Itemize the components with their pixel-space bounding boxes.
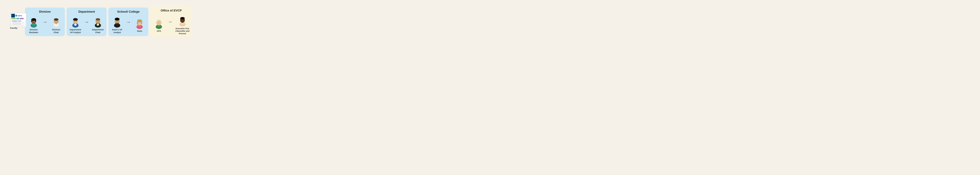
deans-analyst-label: Dean's APAnalyst xyxy=(112,29,122,34)
svg-rect-77 xyxy=(141,21,142,24)
apo-person: APO xyxy=(153,17,165,33)
division-reviewer-person: DivisionReviewer xyxy=(28,16,40,34)
svg-point-21 xyxy=(33,21,33,22)
svg-point-34 xyxy=(57,21,57,22)
svg-point-42 xyxy=(74,18,77,20)
school-arrow: → xyxy=(126,19,131,31)
uc-logo: UNIVERSITYOFCALIFORNIA xyxy=(11,14,15,18)
svg-point-69 xyxy=(118,21,118,22)
evcp-avatar xyxy=(177,14,188,26)
department-arrow: → xyxy=(84,19,89,31)
svg-point-47 xyxy=(75,22,76,22)
svg-point-59 xyxy=(99,21,99,22)
school-content: Dean's APAnalyst → xyxy=(111,16,146,34)
svg-point-46 xyxy=(76,21,76,21)
evcp-stage: Office of EVCP xyxy=(150,6,192,37)
category-form: Category 1 Form xyxy=(11,19,25,26)
division-stage: Division xyxy=(25,8,65,36)
svg-point-33 xyxy=(55,21,56,22)
svg-point-22 xyxy=(34,21,35,22)
svg-point-51 xyxy=(97,24,99,26)
svg-point-80 xyxy=(138,22,139,23)
svg-point-106 xyxy=(183,20,184,21)
svg-point-92 xyxy=(158,22,158,23)
deans-analyst-avatar xyxy=(111,16,123,27)
school-title: School/ College xyxy=(117,10,140,13)
dean-person: Dean xyxy=(134,17,146,33)
dean-label: Dean xyxy=(137,30,142,33)
workflow-container: UNIVERSITYOFCALIFORNIA OATS Category 1 F… xyxy=(3,2,242,42)
svg-point-94 xyxy=(158,23,159,24)
svg-point-107 xyxy=(182,21,183,21)
dept-chair-person: DepartmentChair xyxy=(92,16,104,34)
department-title: Department xyxy=(78,10,95,13)
svg-rect-18 xyxy=(35,19,36,22)
svg-rect-17 xyxy=(32,19,32,22)
division-content: DivisionReviewer → xyxy=(28,16,62,34)
evcp-content: APO → xyxy=(153,14,189,35)
apo-label: APO xyxy=(157,30,161,33)
faculty-label: Faculty xyxy=(10,27,18,30)
dept-analyst-label: DepartmentAP Analyst xyxy=(70,29,81,34)
svg-rect-76 xyxy=(137,21,138,24)
svg-point-38 xyxy=(74,24,76,26)
svg-point-54 xyxy=(95,18,100,21)
division-reviewer-label: DivisionReviewer xyxy=(29,29,38,34)
svg-point-88 xyxy=(156,22,157,23)
evcp-arrow: → xyxy=(167,19,173,31)
svg-point-70 xyxy=(117,22,118,22)
svg-point-60 xyxy=(98,22,98,22)
svg-point-105 xyxy=(181,20,182,21)
division-reviewer-avatar xyxy=(28,16,40,27)
dept-chair-avatar xyxy=(92,16,104,27)
evcp-label: Executive ViceChancellor andProvost xyxy=(175,27,189,35)
svg-point-68 xyxy=(116,21,116,22)
svg-point-58 xyxy=(97,21,97,22)
dept-analyst-person: DepartmentAP Analyst xyxy=(70,16,81,34)
svg-point-89 xyxy=(161,22,162,23)
svg-point-55 xyxy=(96,22,100,24)
department-stage: Department xyxy=(67,8,107,36)
dept-analyst-avatar xyxy=(70,16,81,27)
svg-point-87 xyxy=(157,19,161,21)
svg-point-35 xyxy=(56,22,56,22)
svg-point-93 xyxy=(159,22,160,23)
school-stage: School/ College xyxy=(108,8,148,36)
ats-logo-text: OATS xyxy=(18,15,22,16)
dept-chair-label: DepartmentChair xyxy=(92,29,103,34)
svg-point-99 xyxy=(180,17,185,19)
dean-avatar xyxy=(134,17,146,29)
division-chair-person: DivisionChair xyxy=(50,16,62,34)
evcp-person: Executive ViceChancellor andProvost xyxy=(175,14,189,35)
deans-analyst-person: Dean's APAnalyst xyxy=(111,16,123,34)
svg-point-81 xyxy=(140,22,140,23)
division-arrow: → xyxy=(42,19,48,31)
faculty-section: UNIVERSITYOFCALIFORNIA OATS Category 1 F… xyxy=(3,14,24,30)
svg-point-45 xyxy=(74,21,75,21)
division-chair-label: DivisionChair xyxy=(52,29,60,34)
department-content: DepartmentAP Analyst → xyxy=(70,16,104,34)
apo-avatar xyxy=(153,17,165,29)
svg-point-30 xyxy=(54,18,59,21)
svg-point-23 xyxy=(33,22,34,22)
ats-card: UNIVERSITYOFCALIFORNIA OATS Category 1 F… xyxy=(10,13,26,27)
evcp-title: Office of EVCP xyxy=(161,9,182,12)
svg-point-82 xyxy=(139,23,140,24)
division-title: Division xyxy=(39,10,51,13)
division-chair-avatar xyxy=(50,16,62,27)
